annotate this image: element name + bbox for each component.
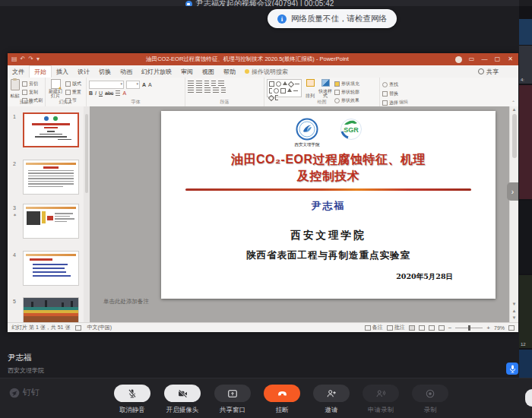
slide-editor[interactable]: 西安文理学院 SGR 油田CO₂-EOR过程腐蚀特征、机理 及控制技术 尹志福 … (161, 111, 496, 299)
person-icon (478, 68, 484, 74)
bold-button[interactable]: B (89, 90, 93, 96)
align-center-icon[interactable] (196, 87, 202, 93)
language-indicator[interactable]: 中文(中国) (87, 324, 112, 331)
copy-button[interactable]: 复制 (22, 89, 43, 96)
grow-font-icon[interactable]: A (142, 82, 146, 87)
side-panel-strip[interactable]: 4: 12 (519, 6, 532, 418)
tab-view[interactable]: 视图 (198, 65, 219, 78)
camera-on-button[interactable]: 开启摄像头 (164, 385, 201, 415)
font-color-icon[interactable]: A (122, 90, 126, 96)
font-size-combobox[interactable] (126, 81, 140, 89)
fit-to-window-icon[interactable] (508, 325, 515, 331)
record-button[interactable]: 录制 (412, 385, 448, 415)
quick-access-toolbar[interactable]: ▤ ↶ ↷ ▾ (8, 53, 40, 65)
zoom-slider[interactable] (455, 328, 483, 328)
justify-icon[interactable] (213, 87, 219, 93)
tab-help[interactable]: 帮助 (219, 65, 240, 78)
scroll-down-icon[interactable]: ▼ (512, 301, 517, 307)
close-button[interactable]: ✕ (505, 53, 516, 65)
slideshow-icon[interactable] (439, 325, 445, 331)
ribbon-group-font: A A B I U abc A 字体 (87, 78, 185, 106)
arrange-button[interactable]: 排列 (304, 79, 316, 99)
indent-icon[interactable] (204, 81, 209, 86)
notes-placeholder[interactable]: 单击此处添加备注 (103, 298, 149, 306)
tab-transitions[interactable]: 切换 (94, 65, 116, 78)
find-button[interactable]: 查找 (382, 81, 425, 88)
redo-icon[interactable]: ↷ (28, 53, 33, 65)
panel-expand-arrow[interactable]: › (507, 182, 518, 201)
text-direction-icon[interactable] (218, 81, 224, 86)
zoom-in-icon[interactable]: + (486, 325, 490, 331)
bullets-icon[interactable] (188, 81, 194, 86)
slide-thumbnail-1[interactable] (23, 112, 79, 147)
thumbnail-scrollbar[interactable] (84, 106, 90, 322)
tab-design[interactable]: 设计 (73, 65, 94, 78)
paste-button[interactable]: 粘贴 (10, 79, 20, 99)
prev-slide-icon[interactable]: ▲ (512, 308, 517, 314)
next-slide-icon[interactable]: ▼ (512, 315, 517, 321)
shape-fill-button[interactable]: 形状填充 (334, 81, 359, 87)
align-left-icon[interactable] (188, 87, 194, 93)
align-right-icon[interactable] (204, 87, 211, 93)
clipboard-icon (11, 79, 20, 90)
zoom-percent[interactable]: 79% (494, 325, 505, 331)
invite-button[interactable]: 邀请 (313, 385, 350, 415)
collapse-ribbon-icon[interactable]: ⌃ (511, 100, 515, 105)
numbering-icon[interactable] (196, 81, 202, 86)
spellcheck-icon[interactable] (75, 325, 81, 331)
undo-icon[interactable]: ↶ (21, 53, 26, 65)
side-tile (519, 85, 532, 199)
scroll-up-icon[interactable]: ▲ (512, 106, 517, 112)
ribbon: 粘贴 剪切 复制 格式刷 剪贴板 新建幻灯片 (8, 78, 518, 107)
slide-sorter-icon[interactable] (419, 325, 425, 331)
cut-button[interactable]: 剪切 (22, 81, 43, 87)
notes-toggle[interactable]: 备注 (365, 324, 383, 331)
unmute-button[interactable]: 取消静音 (114, 385, 150, 415)
comments-toggle[interactable]: 批注 (387, 324, 405, 331)
account-avatar[interactable] (455, 56, 462, 63)
reset-button[interactable]: 重置 (65, 89, 81, 96)
italic-button[interactable]: I (95, 90, 97, 96)
shrink-font-icon[interactable]: A (148, 82, 152, 87)
ppt-titlebar[interactable]: ▤ ↶ ↷ ▾ 油田CO2-EOR过程腐蚀特征、机理与控制技术 2020.5(最… (8, 53, 518, 65)
line-spacing-icon[interactable] (211, 81, 216, 86)
share-window-button[interactable]: 共享窗口 (214, 385, 251, 415)
dingtalk-brand-text: 钉钉 (23, 387, 40, 398)
replace-button[interactable]: 替换 (382, 90, 425, 97)
reading-view-icon[interactable] (429, 325, 435, 331)
tab-slideshow[interactable]: 幻灯片放映 (137, 65, 176, 78)
character-spacing-icon[interactable] (116, 90, 120, 96)
save-icon[interactable]: ▤ (11, 53, 17, 65)
ribbon-options-icon[interactable]: ▭ (466, 53, 477, 65)
tab-review[interactable]: 审阅 (176, 65, 198, 78)
font-name-combobox[interactable] (89, 81, 124, 89)
shapes-gallery[interactable] (267, 79, 302, 97)
quick-styles-button[interactable]: 快速样式 (318, 79, 332, 99)
new-slide-button[interactable]: 新建幻灯片 (48, 79, 63, 99)
layout-button[interactable]: 版式 (65, 81, 81, 87)
zoom-out-icon[interactable]: − (448, 325, 452, 331)
slide-thumbnail-2[interactable] (23, 160, 79, 195)
zoom-slider-thumb[interactable] (468, 325, 470, 331)
tab-file[interactable]: 文件 (8, 65, 29, 78)
underline-button[interactable]: U (99, 90, 103, 96)
slide-thumbnail-3[interactable] (23, 204, 79, 239)
vertical-scrollbar[interactable]: ▲ ▼ ▲ ▼ (509, 106, 518, 322)
partial-button-cutoff[interactable] (525, 389, 532, 407)
hangup-button[interactable]: 挂断 (264, 385, 300, 415)
columns-icon[interactable] (221, 87, 226, 93)
minimize-button[interactable]: — (479, 53, 490, 65)
scrollbar-thumb[interactable] (512, 114, 517, 158)
strikethrough-button[interactable]: abc (105, 90, 113, 96)
normal-view-icon[interactable] (409, 325, 415, 331)
tab-insert[interactable]: 插入 (52, 65, 73, 78)
slide-thumbnail-5[interactable] (23, 297, 79, 322)
request-record-button[interactable]: 申请录制 (363, 385, 399, 415)
shape-outline-button[interactable]: 形状轮廓 (334, 89, 359, 96)
tab-animations[interactable]: 动画 (116, 65, 137, 78)
tell-me-search[interactable]: 操作说明搜索 (240, 65, 293, 78)
tab-home[interactable]: 开始 (29, 65, 52, 78)
maximize-button[interactable]: ▢ (492, 53, 503, 65)
share-button[interactable]: 共享 (473, 65, 518, 78)
slide-thumbnail-4[interactable] (23, 251, 79, 286)
